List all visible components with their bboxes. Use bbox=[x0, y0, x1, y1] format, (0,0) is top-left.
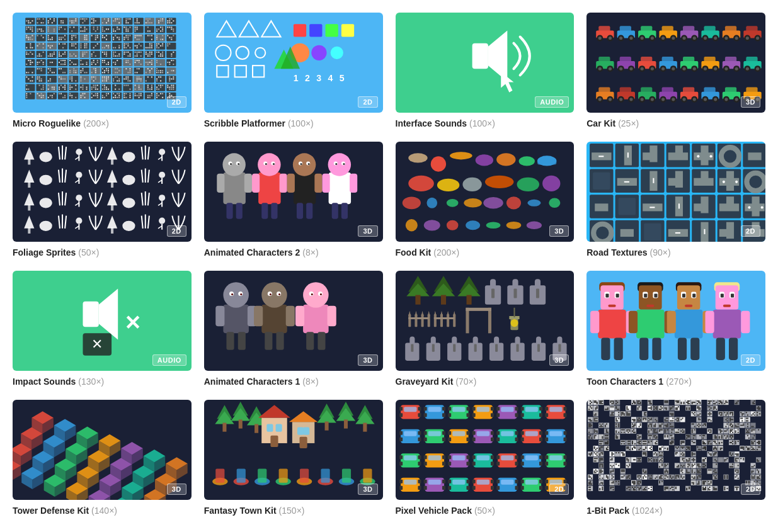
card-scribble-platformer[interactable]: 1 2 3 4 5 2D Scribble Platformer(100×) bbox=[204, 13, 383, 129]
card-fantasy-town-kit[interactable]: 3D Fantasy Town Kit(150×) bbox=[204, 400, 383, 516]
svg-rect-1815 bbox=[595, 402, 597, 403]
svg-rect-1030 bbox=[747, 26, 758, 33]
svg-rect-3270 bbox=[612, 482, 613, 484]
svg-rect-3232 bbox=[724, 477, 726, 478]
svg-rect-201 bbox=[37, 35, 38, 37]
svg-rect-3065 bbox=[621, 470, 622, 471]
svg-point-1225 bbox=[265, 163, 267, 165]
svg-rect-2079 bbox=[709, 412, 711, 413]
svg-rect-1688 bbox=[428, 431, 440, 436]
svg-rect-3211 bbox=[682, 478, 684, 479]
svg-rect-3251 bbox=[757, 477, 758, 478]
svg-rect-2520 bbox=[714, 435, 716, 436]
card-pixel-vehicle-pack[interactable]: 2D Pixel Vehicle Pack(50×) bbox=[396, 400, 575, 516]
svg-rect-492 bbox=[37, 64, 38, 65]
svg-point-1253 bbox=[450, 152, 472, 160]
svg-rect-1507 bbox=[706, 311, 714, 333]
svg-rect-2890 bbox=[627, 459, 628, 460]
card-thumb-inner bbox=[204, 271, 383, 371]
svg-rect-3106 bbox=[699, 472, 700, 473]
card-tower-defense-kit[interactable]: 3D Tower Defense Kit(140×) bbox=[13, 400, 192, 516]
card-car-kit[interactable]: 3D Car Kit(25×) bbox=[586, 13, 765, 129]
card-animated-characters-1[interactable]: 3D Animated Characters 1(8×) bbox=[204, 271, 383, 387]
svg-point-1279 bbox=[526, 222, 541, 229]
svg-rect-2952 bbox=[726, 459, 727, 460]
svg-rect-1937 bbox=[597, 407, 598, 409]
svg-rect-445 bbox=[129, 54, 130, 55]
svg-rect-3078 bbox=[666, 470, 667, 471]
svg-rect-1634 bbox=[321, 469, 329, 483]
svg-rect-2222 bbox=[590, 425, 591, 426]
svg-rect-722 bbox=[118, 81, 120, 82]
svg-rect-967 bbox=[217, 66, 228, 77]
svg-rect-2902 bbox=[639, 460, 640, 461]
card-foliage-sprites[interactable]: 2D Foliage Sprites(50×) bbox=[13, 142, 192, 258]
card-title: Animated Characters 2 bbox=[204, 247, 300, 258]
svg-rect-694 bbox=[84, 79, 86, 80]
svg-rect-3010 bbox=[689, 465, 690, 466]
svg-rect-2071 bbox=[694, 412, 695, 413]
card-thumb-inner bbox=[586, 142, 765, 242]
svg-rect-859 bbox=[30, 93, 31, 94]
svg-rect-674 bbox=[47, 76, 57, 83]
svg-rect-2791 bbox=[597, 455, 598, 456]
svg-rect-172 bbox=[147, 27, 149, 28]
svg-rect-2955 bbox=[735, 458, 736, 459]
svg-rect-609 bbox=[95, 69, 96, 70]
svg-point-1021 bbox=[704, 37, 707, 40]
svg-rect-392 bbox=[50, 54, 51, 55]
svg-rect-2396 bbox=[682, 432, 684, 433]
svg-rect-11 bbox=[41, 23, 42, 24]
svg-rect-2144 bbox=[633, 421, 634, 422]
card-interface-sounds[interactable]: AUDIO Interface Sounds(100×) bbox=[396, 13, 575, 129]
svg-rect-2268 bbox=[661, 424, 663, 425]
svg-rect-301 bbox=[50, 45, 51, 47]
svg-rect-883 bbox=[69, 93, 71, 94]
svg-rect-2578 bbox=[634, 443, 636, 444]
card-1-bit-pack[interactable]: 2D 1-Bit Pack(1024×) bbox=[586, 400, 765, 516]
svg-rect-91 bbox=[171, 19, 172, 20]
svg-rect-1745 bbox=[490, 455, 493, 459]
card-impact-sounds[interactable]: ✕ ✕ AUDIO Impact Sounds(130×) bbox=[13, 271, 192, 387]
svg-rect-1816 bbox=[597, 402, 598, 403]
svg-rect-217 bbox=[60, 39, 62, 40]
svg-rect-2249 bbox=[633, 426, 634, 427]
svg-rect-488 bbox=[41, 60, 42, 61]
card-animated-characters-2[interactable]: 3D Animated Characters 2(8×) bbox=[204, 142, 383, 258]
svg-rect-2123 bbox=[590, 419, 591, 420]
card-title: Tower Defense Kit bbox=[13, 506, 89, 516]
svg-rect-771 bbox=[52, 89, 53, 90]
card-food-kit[interactable]: 3D Food Kit(200×) bbox=[396, 142, 575, 258]
svg-rect-1923 bbox=[735, 403, 736, 404]
svg-rect-2300 bbox=[727, 424, 728, 425]
card-badge: 2D bbox=[167, 225, 186, 237]
card-road-textures[interactable]: 2D Road Textures(90×) bbox=[586, 142, 765, 258]
svg-rect-2809 bbox=[622, 453, 624, 455]
svg-rect-2351 bbox=[627, 429, 628, 431]
svg-rect-441 bbox=[123, 52, 125, 53]
card-graveyard-kit[interactable]: 3D Graveyard Kit(70×) bbox=[396, 271, 575, 387]
svg-rect-658 bbox=[173, 71, 174, 72]
svg-rect-417 bbox=[84, 54, 86, 55]
svg-rect-3396 bbox=[689, 488, 690, 489]
svg-rect-1152 bbox=[28, 181, 30, 188]
svg-rect-2043 bbox=[622, 412, 624, 413]
svg-rect-825 bbox=[139, 85, 140, 86]
svg-rect-2830 bbox=[660, 455, 661, 456]
svg-rect-311 bbox=[73, 43, 74, 45]
svg-rect-1942 bbox=[606, 409, 607, 410]
svg-rect-3341 bbox=[602, 488, 604, 489]
svg-rect-794 bbox=[86, 89, 88, 90]
card-toon-characters-1[interactable]: 2D Toon Characters 1(270×) bbox=[586, 271, 765, 387]
svg-rect-134 bbox=[80, 31, 81, 32]
svg-rect-1778 bbox=[452, 480, 465, 485]
svg-rect-2567 bbox=[621, 443, 622, 444]
svg-rect-2930 bbox=[686, 460, 687, 461]
card-micro-roguelike[interactable]: 2D Micro Roguelike(200×) bbox=[13, 13, 192, 129]
svg-rect-905 bbox=[106, 93, 107, 94]
svg-rect-2814 bbox=[643, 452, 644, 453]
svg-rect-790 bbox=[80, 87, 81, 88]
svg-rect-3197 bbox=[670, 477, 671, 478]
svg-rect-306 bbox=[62, 43, 64, 45]
svg-rect-1852 bbox=[640, 403, 641, 404]
